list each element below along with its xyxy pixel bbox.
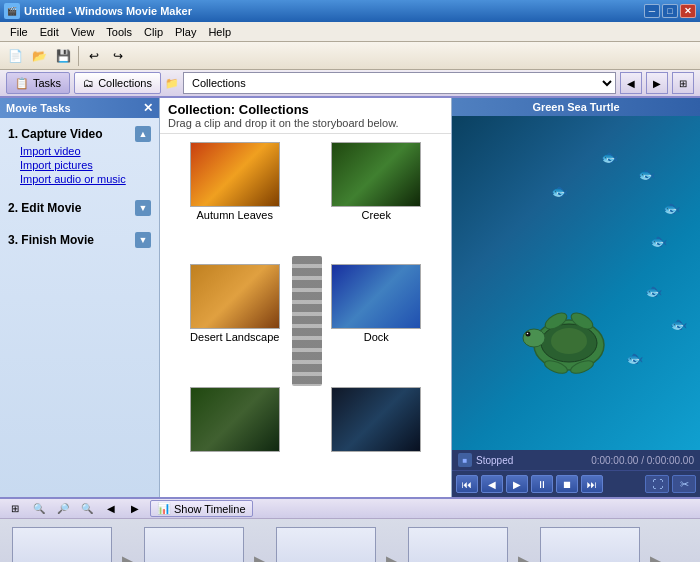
preview-title: Green Sea Turtle	[452, 98, 700, 116]
tasks-button[interactable]: 📋 Tasks	[6, 72, 70, 94]
show-timeline-label: Show Timeline	[174, 503, 246, 515]
fullscreen-button[interactable]: ⛶	[645, 475, 669, 493]
clip-item-row3b[interactable]	[310, 387, 444, 489]
save-button[interactable]: 💾	[52, 45, 74, 67]
storyboard-icon-btn-1[interactable]: ⊞	[6, 501, 24, 517]
close-button[interactable]: ✕	[680, 4, 696, 18]
show-timeline-button[interactable]: 📊 Show Timeline	[150, 500, 253, 517]
next-frame-button[interactable]: ⏭	[581, 475, 603, 493]
import-video-link[interactable]: Import video	[4, 144, 155, 158]
fish-1: 🐟	[638, 166, 655, 182]
collections-folder-icon: 📁	[165, 77, 179, 90]
clip-item-autumn-leaves[interactable]: Autumn Leaves	[168, 142, 302, 256]
menu-bar: File Edit View Tools Clip Play Help	[0, 22, 700, 42]
finish-movie-label: 3. Finish Movie	[8, 233, 94, 247]
sidebar-close-button[interactable]: ✕	[143, 101, 153, 115]
tasks-icon: 📋	[15, 77, 29, 90]
clip-thumb-autumn-leaves	[190, 142, 280, 207]
svg-point-2	[551, 328, 587, 354]
svg-point-9	[527, 333, 529, 335]
new-button[interactable]: 📄	[4, 45, 26, 67]
stop-button[interactable]: ⏹	[556, 475, 578, 493]
sidebar-title: Movie Tasks	[6, 102, 71, 114]
fish-6: 🐟	[670, 316, 687, 332]
clip-label-autumn-leaves: Autumn Leaves	[197, 209, 273, 221]
prev-button[interactable]: ◀	[102, 501, 120, 517]
capture-video-section-title: 1. Capture Video ▲	[4, 124, 155, 144]
capture-video-chevron[interactable]: ▲	[135, 126, 151, 142]
import-audio-link[interactable]: Import audio or music	[4, 172, 155, 186]
finish-movie-chevron[interactable]: ▼	[135, 232, 151, 248]
fish-2: 🐟	[663, 200, 680, 216]
capture-video-label: 1. Capture Video	[8, 127, 102, 141]
clip-item-row3a[interactable]	[168, 387, 302, 489]
play-button[interactable]: ▶	[506, 475, 528, 493]
next-button[interactable]: ▶	[126, 501, 144, 517]
preview-video: 🐟 🐟 🐟 🐟 🐟 🐟 🐟 🐟	[452, 116, 700, 450]
title-bar: 🎬 Untitled - Windows Movie Maker ─ □ ✕	[0, 0, 700, 22]
sidebar-section-edit: 2. Edit Movie ▼	[0, 192, 159, 224]
storyboard-arrow-2: ▶	[246, 527, 276, 563]
storyboard-area: ▶ ▶ ▶ ▶ ▶	[0, 519, 700, 562]
view-details-btn[interactable]: ⊞	[672, 72, 694, 94]
storyboard-frame-2[interactable]	[144, 527, 244, 563]
storyboard-frame-4[interactable]	[408, 527, 508, 563]
menu-edit[interactable]: Edit	[34, 24, 65, 40]
tasks-label: Tasks	[33, 77, 61, 89]
view-icon-btn-1[interactable]: ◀	[620, 72, 642, 94]
prev-frame-button[interactable]: ⏮	[456, 475, 478, 493]
menu-help[interactable]: Help	[202, 24, 237, 40]
zoom-out-button[interactable]: 🔍	[78, 501, 96, 517]
clip-item-dock[interactable]: Dock	[310, 264, 444, 378]
fish-7: 🐟	[626, 350, 643, 366]
storyboard-frame-1[interactable]	[12, 527, 112, 563]
toolbar-separator-1	[78, 46, 79, 66]
undo-button[interactable]: ↩	[83, 45, 105, 67]
fish-5: 🐟	[645, 283, 662, 299]
menu-view[interactable]: View	[65, 24, 101, 40]
storyboard-arrow-3: ▶	[378, 527, 408, 563]
sidebar-section-finish: 3. Finish Movie ▼	[0, 224, 159, 256]
sidebar-header: Movie Tasks ✕	[0, 98, 159, 118]
storyboard-arrow-1: ▶	[114, 527, 144, 563]
storyboard-arrow-5: ▶	[642, 527, 672, 563]
main-area: Movie Tasks ✕ 1. Capture Video ▲ Import …	[0, 98, 700, 497]
split-button[interactable]: ✂	[672, 475, 696, 493]
menu-file[interactable]: File	[4, 24, 34, 40]
maximize-button[interactable]: □	[662, 4, 678, 18]
import-pictures-link[interactable]: Import pictures	[4, 158, 155, 172]
zoom-in-button[interactable]: 🔎	[54, 501, 72, 517]
edit-movie-section-title: 2. Edit Movie ▼	[4, 198, 155, 218]
main-toolbar: 📄 📂 💾 ↩ ↪	[0, 42, 700, 70]
svg-point-3	[523, 329, 545, 347]
collections-button[interactable]: 🗂 Collections	[74, 72, 161, 94]
storyboard-frame-5[interactable]	[540, 527, 640, 563]
collections-dropdown-area: 📁 Collections	[165, 72, 616, 94]
collections-subtitle: Drag a clip and drop it on the storyboar…	[168, 117, 443, 129]
pause-button[interactable]: ⏸	[531, 475, 553, 493]
rewind-button[interactable]: ◀	[481, 475, 503, 493]
collections-label: Collections	[98, 77, 152, 89]
view-icon-btn-2[interactable]: ▶	[646, 72, 668, 94]
open-button[interactable]: 📂	[28, 45, 50, 67]
app-icon: 🎬	[4, 3, 20, 19]
menu-tools[interactable]: Tools	[100, 24, 138, 40]
finish-movie-section-title: 3. Finish Movie ▼	[4, 230, 155, 250]
preview-status-text: Stopped	[476, 455, 587, 466]
edit-movie-chevron[interactable]: ▼	[135, 200, 151, 216]
storyboard-icon-btn-2[interactable]: 🔍	[30, 501, 48, 517]
clip-item-creek[interactable]: Creek	[310, 142, 444, 256]
clip-label-desert-landscape: Desert Landscape	[190, 331, 279, 343]
redo-button[interactable]: ↪	[107, 45, 129, 67]
status-icon: ■	[458, 453, 472, 467]
collections-select[interactable]: Collections	[183, 72, 616, 94]
preview-time: 0:00:00.00 / 0:00:00.00	[591, 455, 694, 466]
window-title: Untitled - Windows Movie Maker	[24, 5, 192, 17]
menu-clip[interactable]: Clip	[138, 24, 169, 40]
clip-label-creek: Creek	[362, 209, 391, 221]
storyboard-frame-3[interactable]	[276, 527, 376, 563]
clip-item-desert-landscape[interactable]: Desert Landscape	[168, 264, 302, 378]
turtle-background: 🐟 🐟 🐟 🐟 🐟 🐟 🐟 🐟	[452, 116, 700, 450]
minimize-button[interactable]: ─	[644, 4, 660, 18]
menu-play[interactable]: Play	[169, 24, 202, 40]
